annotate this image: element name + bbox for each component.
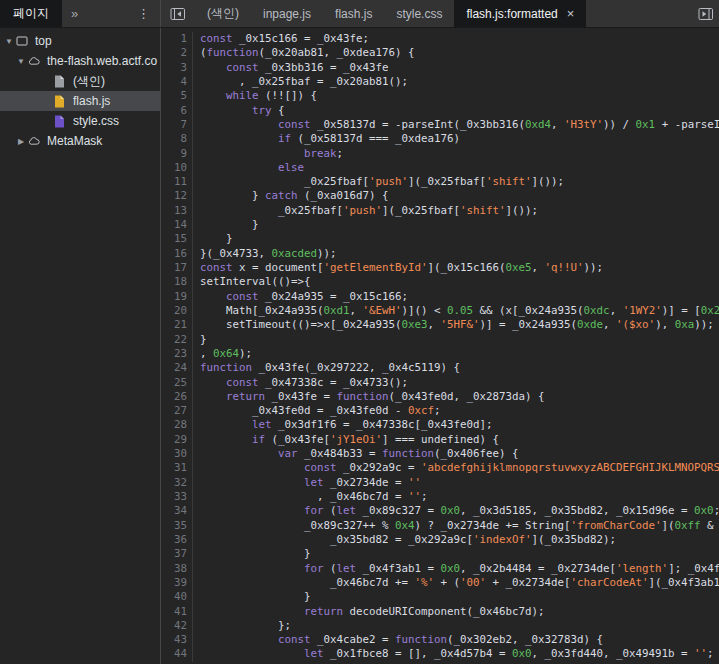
line-number[interactable]: 37 <box>161 547 193 561</box>
editor-tab[interactable]: flash.js <box>323 0 384 27</box>
editor-tab-label: inpage.js <box>263 7 311 21</box>
line-number[interactable]: 12 <box>161 189 193 203</box>
line-number[interactable]: 31 <box>161 461 193 475</box>
line-number[interactable]: 4 <box>161 75 193 89</box>
line-number[interactable]: 40 <box>161 590 193 604</box>
line-number[interactable]: 20 <box>161 304 193 318</box>
code-line: 32 let _0x2734de = '' <box>161 476 719 490</box>
panel-collapse-left-icon <box>170 8 186 20</box>
line-number[interactable]: 27 <box>161 404 193 418</box>
code-line: 34 for (let _0x89c327 = 0x0, _0x3d5185, … <box>161 504 719 518</box>
line-number[interactable]: 34 <box>161 504 193 518</box>
line-number[interactable]: 10 <box>161 161 193 175</box>
line-number[interactable]: 8 <box>161 132 193 146</box>
line-text: const _0x58137d = -parseInt(_0x3bb316(0x… <box>200 118 719 132</box>
line-text: } <box>200 333 719 347</box>
line-text: try { <box>200 104 719 118</box>
expanded-arrow-icon[interactable]: ▼ <box>16 57 26 66</box>
line-number[interactable]: 15 <box>161 232 193 246</box>
tree-item-label: (색인) <box>73 73 105 90</box>
line-number[interactable]: 38 <box>161 562 193 576</box>
expanded-arrow-icon[interactable]: ▼ <box>4 37 14 46</box>
tree-item-top[interactable]: ▼top <box>0 31 160 51</box>
line-text: var _0x484b33 = function(_0x406fee) { <box>200 447 719 461</box>
line-number[interactable]: 32 <box>161 476 193 490</box>
editor-tab[interactable]: style.css <box>384 0 454 27</box>
code-line: 17const x = document['getElementById'](_… <box>161 261 719 275</box>
editor-tab-label: (색인) <box>207 5 239 22</box>
line-number[interactable]: 35 <box>161 519 193 533</box>
line-number[interactable]: 22 <box>161 333 193 347</box>
code-line: 2(function(_0x20ab81, _0xdea176) { <box>161 46 719 60</box>
line-number[interactable]: 36 <box>161 533 193 547</box>
editor-tab-bar: (색인)inpage.jsflash.jsstyle.cssflash.js:f… <box>161 0 719 27</box>
line-text: _0x25fbaf['push'](_0x25fbaf['shift']()); <box>200 204 719 218</box>
code-line: 18setInterval(()=>{ <box>161 275 719 289</box>
line-number[interactable]: 44 <box>161 647 193 661</box>
line-number[interactable]: 11 <box>161 175 193 189</box>
show-debugger-panel-icon[interactable] <box>692 0 719 27</box>
line-text: }(_0x4733, 0xacded)); <box>200 247 719 261</box>
line-number[interactable]: 9 <box>161 147 193 161</box>
line-number[interactable]: 23 <box>161 347 193 361</box>
line-number[interactable]: 7 <box>161 118 193 132</box>
line-number[interactable]: 17 <box>161 261 193 275</box>
line-number[interactable]: 3 <box>161 61 193 75</box>
tree-item--[interactable]: (색인) <box>0 71 160 91</box>
code-line: 15 } <box>161 232 719 246</box>
line-text: if (_0x58137d === _0xdea176) <box>200 132 719 146</box>
tab-close-icon[interactable]: × <box>567 6 575 21</box>
navigator-menu-icon[interactable]: ⋮ <box>127 0 160 27</box>
line-text: const x = document['getElementById'](_0x… <box>200 261 719 275</box>
pages-tab[interactable]: 페이지 <box>0 0 62 27</box>
line-number[interactable]: 25 <box>161 376 193 390</box>
code-line: 36 _0x35bd82 = _0x292a9c['indexOf'](_0x3… <box>161 533 719 547</box>
editor-tab[interactable]: (색인) <box>195 0 251 27</box>
line-number[interactable]: 5 <box>161 89 193 103</box>
hide-navigator-icon[interactable] <box>161 0 195 27</box>
file-tree[interactable]: ▼top▼the-flash.web.actf.co(색인)flash.jsst… <box>0 28 161 664</box>
code-line: 41 return decodeURIComponent(_0x46bc7d); <box>161 605 719 619</box>
line-number[interactable]: 30 <box>161 447 193 461</box>
line-number[interactable]: 1 <box>161 32 193 46</box>
line-text: if (_0x43fe['jY1eOi'] === undefined) { <box>200 433 719 447</box>
editor-tab[interactable]: inpage.js <box>251 0 323 27</box>
tree-item-flash-js[interactable]: flash.js <box>0 91 160 111</box>
devtools-sources-panel: 페이지 » ⋮ (색인)inpage.jsflash.jsstyle.cssfl… <box>0 0 719 664</box>
editor-tab[interactable]: flash.js:formatted× <box>454 0 586 27</box>
tree-item-the-flash-web-actf-co[interactable]: ▼the-flash.web.actf.co <box>0 51 160 71</box>
line-number[interactable]: 2 <box>161 46 193 60</box>
line-text: break; <box>200 147 719 161</box>
code-line: 26 return _0x43fe = function(_0x43fe0d, … <box>161 390 719 404</box>
code-line: 25 const _0x47338c = _0x4733(); <box>161 376 719 390</box>
line-number[interactable]: 43 <box>161 633 193 647</box>
line-text: , 0x64); <box>200 347 719 361</box>
line-number[interactable]: 24 <box>161 361 193 375</box>
line-number[interactable]: 21 <box>161 318 193 332</box>
line-number[interactable]: 26 <box>161 390 193 404</box>
more-navigator-tabs-icon[interactable]: » <box>62 0 87 27</box>
line-number[interactable]: 42 <box>161 619 193 633</box>
code-line: 37 } <box>161 547 719 561</box>
code-line: 14 } <box>161 218 719 232</box>
code-editor[interactable]: 1const _0x15c166 = _0x43fe;2(function(_0… <box>161 28 719 664</box>
line-number[interactable]: 39 <box>161 576 193 590</box>
collapsed-arrow-icon[interactable]: ▶ <box>16 137 26 146</box>
line-text: } <box>200 232 719 246</box>
panel-expand-right-icon <box>698 8 714 20</box>
line-number[interactable]: 16 <box>161 247 193 261</box>
js-file-icon <box>54 95 66 107</box>
line-number[interactable]: 18 <box>161 275 193 289</box>
line-text: const _0x47338c = _0x4733(); <box>200 376 719 390</box>
line-number[interactable]: 28 <box>161 418 193 432</box>
line-number[interactable]: 13 <box>161 204 193 218</box>
line-number[interactable]: 41 <box>161 605 193 619</box>
code-line: 10 else <box>161 161 719 175</box>
tree-item-style-css[interactable]: style.css <box>0 111 160 131</box>
line-number[interactable]: 19 <box>161 290 193 304</box>
line-number[interactable]: 6 <box>161 104 193 118</box>
tree-item-metamask[interactable]: ▶MetaMask <box>0 131 160 151</box>
line-number[interactable]: 29 <box>161 433 193 447</box>
line-number[interactable]: 14 <box>161 218 193 232</box>
line-number[interactable]: 33 <box>161 490 193 504</box>
